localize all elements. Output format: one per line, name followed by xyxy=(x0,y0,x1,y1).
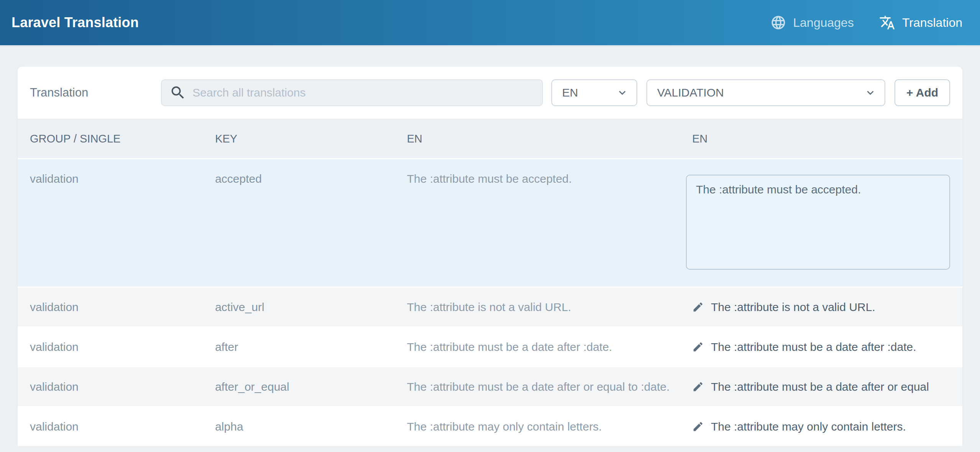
cell-group: validation xyxy=(18,159,203,287)
cell-group: validation xyxy=(18,287,203,327)
target-text: The :attribute is not a valid URL. xyxy=(711,300,875,314)
table-row[interactable]: validation accepted The :attribute must … xyxy=(18,159,962,287)
column-header-source-locale: EN xyxy=(395,119,680,159)
column-header-key: KEY xyxy=(203,119,395,159)
cell-group: validation xyxy=(18,327,203,367)
navbar-links: Languages Translation xyxy=(770,15,962,31)
cell-source-text: The :attribute may only contain letters. xyxy=(395,407,680,446)
nav-item-label: Translation xyxy=(902,16,962,30)
globe-icon xyxy=(770,15,786,31)
add-button[interactable]: + Add xyxy=(894,79,950,106)
chevron-down-icon xyxy=(864,86,877,99)
toolbar: Translation EN VALIDATION + Add xyxy=(18,67,962,119)
cell-target[interactable]: The :attribute may only contain letters. xyxy=(680,407,962,446)
cell-group: validation xyxy=(18,407,203,446)
cell-key: alpha xyxy=(203,407,395,446)
nav-item-label: Languages xyxy=(793,16,854,30)
chevron-down-icon xyxy=(616,86,629,99)
column-header-target-locale: EN xyxy=(680,119,962,159)
pencil-icon[interactable] xyxy=(692,381,704,393)
pencil-icon[interactable] xyxy=(692,421,704,432)
target-text: The :attribute may only contain letters. xyxy=(711,419,906,434)
locale-select[interactable]: EN xyxy=(551,79,637,106)
translation-card: Translation EN VALIDATION + Add GROUP / … xyxy=(18,67,962,446)
cell-key: active_url xyxy=(203,287,395,327)
pencil-icon[interactable] xyxy=(692,341,704,353)
cell-target: The :attribute must be accepted. xyxy=(680,159,962,287)
group-select[interactable]: VALIDATION xyxy=(646,79,885,106)
pencil-icon[interactable] xyxy=(692,301,704,313)
search-icon xyxy=(169,84,186,101)
table-row[interactable]: validation after The :attribute must be … xyxy=(18,327,962,367)
table-row[interactable]: validation active_url The :attribute is … xyxy=(18,287,962,327)
group-select-value: VALIDATION xyxy=(657,86,724,99)
target-text: The :attribute must be a date after :dat… xyxy=(711,340,916,354)
cell-key: accepted xyxy=(203,159,395,287)
app-brand[interactable]: Laravel Translation xyxy=(12,15,139,31)
translate-icon xyxy=(879,15,895,31)
table-row[interactable]: validation after_or_equal The :attribute… xyxy=(18,367,962,407)
top-navbar: Laravel Translation Languages Translatio… xyxy=(0,0,980,46)
search-box xyxy=(161,79,543,106)
cell-key: after xyxy=(203,327,395,367)
cell-source-text: The :attribute must be accepted. xyxy=(395,159,680,287)
cell-group: validation xyxy=(18,367,203,407)
cell-target[interactable]: The :attribute must be a date after or e… xyxy=(680,367,962,407)
translation-editor[interactable]: The :attribute must be accepted. xyxy=(686,175,950,270)
column-header-group: GROUP / SINGLE xyxy=(18,119,203,159)
nav-item-translation[interactable]: Translation xyxy=(879,15,962,31)
target-text: The :attribute must be a date after or e… xyxy=(711,380,929,394)
table-header-row: GROUP / SINGLE KEY EN EN xyxy=(18,119,962,159)
translations-table: GROUP / SINGLE KEY EN EN validation acce… xyxy=(18,119,962,446)
locale-select-value: EN xyxy=(562,86,578,99)
cell-target[interactable]: The :attribute is not a valid URL. xyxy=(680,287,962,327)
table-row[interactable]: validation alpha The :attribute may only… xyxy=(18,407,962,446)
nav-item-languages[interactable]: Languages xyxy=(770,15,854,31)
cell-source-text: The :attribute must be a date after or e… xyxy=(395,367,680,407)
page-title: Translation xyxy=(30,86,161,100)
cell-target[interactable]: The :attribute must be a date after :dat… xyxy=(680,327,962,367)
cell-source-text: The :attribute must be a date after :dat… xyxy=(395,327,680,367)
search-input[interactable] xyxy=(161,79,543,106)
cell-source-text: The :attribute is not a valid URL. xyxy=(395,287,680,327)
cell-key: after_or_equal xyxy=(203,367,395,407)
